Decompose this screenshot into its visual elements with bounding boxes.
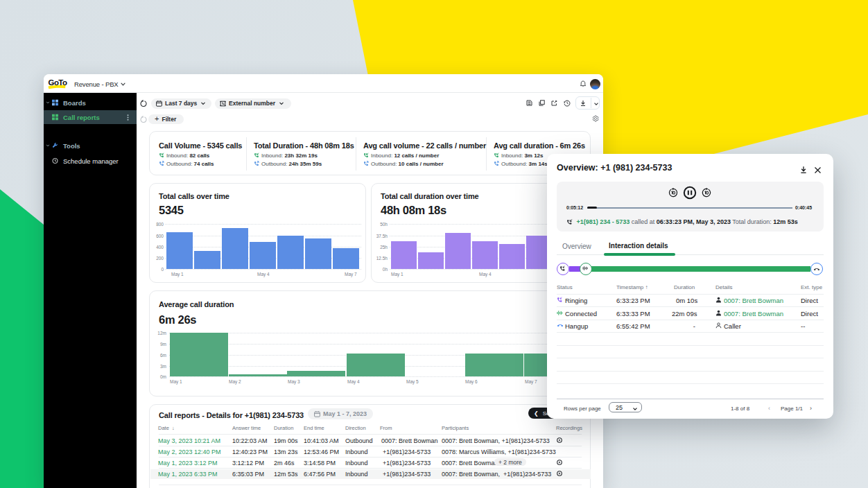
svg-text:GoTo: GoTo — [49, 78, 67, 87]
